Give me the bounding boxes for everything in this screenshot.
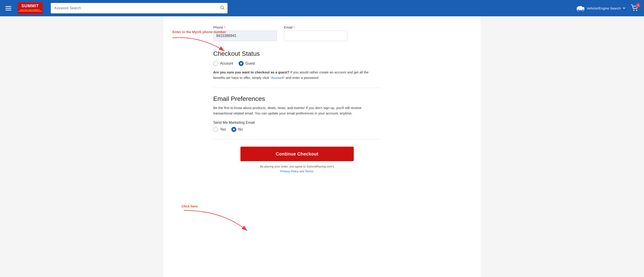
email-label: Email*: [284, 26, 348, 29]
hamburger-menu-button[interactable]: [6, 6, 11, 10]
terms-link[interactable]: Terms.: [305, 170, 314, 173]
checkout-desc-end: and enter a password.: [286, 76, 319, 80]
phone-annotation: Enter in the MyUS phone number: [172, 30, 227, 55]
svg-rect-7: [578, 6, 582, 8]
yes-radio-label: Yes: [220, 128, 226, 132]
section-divider-2: [213, 139, 381, 140]
email-field-group: Email*: [284, 26, 348, 41]
cart-button[interactable]: 1: [631, 4, 638, 12]
phone-arrow: [172, 36, 227, 54]
checkout-status-title: Checkout Status: [213, 50, 381, 57]
account-radio-circle[interactable]: [213, 61, 218, 66]
svg-point-4: [221, 6, 224, 9]
no-radio-option[interactable]: No: [231, 127, 243, 132]
svg-point-9: [582, 9, 584, 11]
continue-button-area: Continue Checkout By placing your order,…: [213, 147, 381, 174]
svg-point-11: [636, 10, 637, 11]
vehicle-search-label: Vehicle/Engine Search: [587, 6, 621, 10]
svg-rect-3: [18, 11, 42, 11]
click-annotation-text: Click here: [182, 204, 250, 208]
phone-label: Phone*: [213, 26, 277, 29]
no-radio-circle[interactable]: [231, 127, 236, 132]
email-preferences-title: Email Preferences: [213, 95, 381, 102]
click-arrow: [182, 208, 250, 235]
phone-annotation-text: Enter in the MyUS phone number: [172, 30, 227, 34]
email-input[interactable]: [284, 30, 348, 41]
guest-radio-option[interactable]: Guest: [238, 61, 255, 66]
privacy-policy-link[interactable]: Privacy Policy: [280, 170, 299, 173]
svg-point-8: [578, 9, 579, 11]
logo[interactable]: SUMMIT RACING EQUIPMENT: [18, 2, 42, 14]
account-link[interactable]: "Account": [270, 76, 285, 80]
checkout-desc-bold: Are you sure you want to checkout as a g…: [213, 70, 289, 74]
search-input[interactable]: [51, 3, 228, 13]
guest-radio-label: Guest: [246, 62, 255, 66]
search-button[interactable]: [220, 5, 225, 11]
svg-text:SUMMIT: SUMMIT: [22, 4, 39, 8]
send-marketing-label: Send Me Marketing Email: [213, 120, 381, 125]
main-content: Enter in the MyUS phone number Phone* 94…: [164, 16, 480, 277]
marketing-radio-group: Yes No: [213, 127, 381, 132]
yes-radio-option[interactable]: Yes: [213, 127, 226, 132]
checkout-type-radio-group: Account Guest: [213, 61, 381, 66]
site-header: SUMMIT RACING EQUIPMENT Vehicle/Engine S…: [0, 0, 644, 16]
yes-radio-circle[interactable]: [213, 127, 218, 132]
chevron-down-icon: [623, 7, 626, 9]
search-bar: [51, 3, 228, 13]
continue-checkout-button[interactable]: Continue Checkout: [240, 147, 354, 161]
cart-badge: 1: [636, 3, 640, 8]
checkout-status-section: Checkout Status Account Guest Are you su…: [177, 50, 381, 174]
legal-text: By placing your order, you agree to Summ…: [260, 164, 334, 174]
svg-point-10: [633, 10, 634, 11]
svg-text:RACING EQUIPMENT: RACING EQUIPMENT: [20, 9, 40, 11]
account-radio-label: Account: [220, 62, 233, 66]
guest-radio-circle[interactable]: [238, 61, 244, 66]
no-radio-label: No: [238, 128, 243, 132]
email-preferences-description: Be the first to know about products, dea…: [213, 105, 381, 116]
svg-line-5: [223, 8, 224, 10]
vehicle-search-button[interactable]: Vehicle/Engine Search: [576, 5, 626, 11]
account-radio-option[interactable]: Account: [213, 61, 233, 66]
checkout-description: Are you sure you want to checkout as a g…: [213, 70, 381, 80]
section-divider-1: [213, 88, 381, 88]
header-right: Vehicle/Engine Search 1: [576, 4, 638, 12]
click-annotation: Click here: [182, 204, 250, 236]
